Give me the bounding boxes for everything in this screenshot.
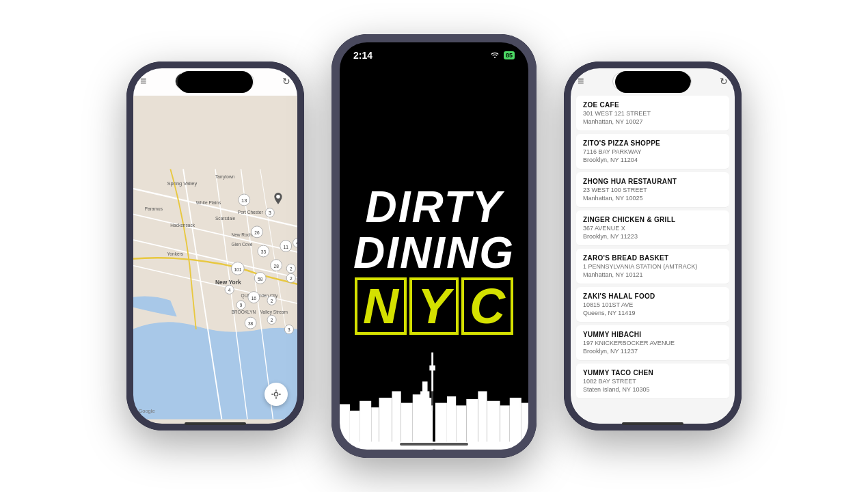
map-pin-101: 101: [231, 262, 244, 275]
home-indicator-left: [185, 422, 246, 425]
restaurant-city: Manhattan, NY 10027: [583, 118, 722, 125]
list-item[interactable]: ZITO'S PIZZA SHOPPE 7116 BAY PARKWAY Bro…: [576, 134, 729, 169]
restaurant-city: Staten Island, NY 10305: [583, 386, 722, 393]
svg-text:BROOKLYN: BROOKLYN: [231, 310, 256, 314]
skyline: [337, 343, 531, 452]
svg-text:Hackensack: Hackensack: [170, 223, 195, 228]
restaurant-name: ZINGER CHICKEN & GRILL: [583, 216, 722, 223]
map-screen: ≡ Map List ↻: [132, 67, 299, 425]
middle-phone: 2:14 85 DIRTY DINING N: [331, 34, 537, 458]
restaurant-name: ZHONG HUA RESTAURANT: [583, 178, 722, 185]
restaurant-name: ZOE CAFE: [583, 101, 722, 109]
title-dining: DINING: [353, 230, 515, 276]
svg-text:Tarrytown: Tarrytown: [215, 174, 235, 180]
nyc-c: C: [461, 277, 513, 335]
restaurant-address: 1 PENNSYLVANIA STATION (AMTRACK): [583, 263, 722, 270]
restaurant-address: 301 WEST 121 STREET: [583, 110, 722, 117]
restaurant-name: YUMMY TACO CHEN: [583, 369, 722, 377]
svg-text:26: 26: [254, 230, 260, 235]
svg-point-28: [276, 195, 280, 199]
menu-icon[interactable]: ≡: [140, 75, 146, 87]
map-pin-11: 11: [280, 241, 292, 252]
home-indicator-right: [622, 422, 683, 425]
location-button[interactable]: [265, 383, 288, 406]
svg-text:Yonkers: Yonkers: [167, 251, 184, 256]
map-pin-2c: 2: [267, 315, 276, 324]
svg-text:Port Chester: Port Chester: [238, 210, 264, 215]
map-pin-33: 33: [258, 245, 269, 257]
list-item[interactable]: ZHONG HUA RESTAURANT 23 WEST 100 STREET …: [576, 172, 729, 208]
svg-text:Scarsdale: Scarsdale: [215, 216, 235, 221]
restaurant-address: 23 WEST 100 STREET: [583, 187, 722, 193]
map-pin-13: 13: [239, 194, 250, 206]
svg-rect-68: [429, 366, 435, 371]
restaurant-address: 367 AVENUE X: [583, 225, 722, 232]
svg-text:Glen Cove: Glen Cove: [231, 242, 252, 247]
svg-text:3: 3: [288, 327, 290, 332]
map-pin-38: 38: [245, 317, 256, 329]
list-item[interactable]: ZOE CAFE 301 WEST 121 STREET Manhattan, …: [576, 96, 729, 131]
home-indicator-middle: [400, 443, 468, 446]
dynamic-island-right: [615, 71, 690, 93]
svg-text:White Plains: White Plains: [196, 200, 221, 205]
svg-text:2: 2: [271, 318, 273, 323]
nyc-y: Y: [409, 277, 459, 335]
list-item[interactable]: ZINGER CHICKEN & GRILL 367 AVENUE X Broo…: [576, 210, 729, 246]
list-item[interactable]: YUMMY TACO CHEN 1082 BAY STREET Staten I…: [576, 364, 729, 399]
svg-text:58: 58: [258, 277, 263, 282]
svg-text:Spring Valley: Spring Valley: [167, 180, 198, 187]
svg-text:28: 28: [274, 264, 280, 269]
restaurant-name: ZITO'S PIZZA SHOPPE: [583, 139, 722, 147]
list-refresh-icon[interactable]: ↻: [720, 76, 728, 87]
map-pin-2b: 2: [267, 296, 276, 305]
svg-text:3: 3: [269, 210, 271, 216]
wifi-icon: [489, 49, 500, 62]
svg-text:Google: Google: [138, 408, 154, 414]
svg-text:4: 4: [296, 241, 299, 245]
left-phone: ≡ Map List ↻: [126, 62, 304, 430]
svg-point-62: [274, 392, 277, 396]
dynamic-island-left: [178, 71, 253, 93]
svg-text:2: 2: [290, 266, 293, 271]
map-pin-9: 9: [236, 301, 245, 310]
list-screen: ≡ Map List ↻ ZOE CAFE 301 WEST 121 STREE…: [569, 67, 736, 425]
list-item[interactable]: YUMMY HIBACHI 197 KNICKERBOCKER AVENUE B…: [576, 325, 729, 361]
svg-text:4: 4: [228, 288, 231, 292]
map-pin-16: 16: [248, 292, 260, 303]
svg-text:101: 101: [234, 267, 241, 272]
restaurant-address: 7116 BAY PARKWAY: [583, 148, 722, 155]
status-time: 2:14: [353, 50, 372, 61]
app-title: DIRTY DINING N Y C: [353, 184, 515, 335]
restaurant-city: Queens, NY 11419: [583, 310, 722, 316]
map-pin-2d: 2: [286, 273, 295, 282]
svg-text:9: 9: [240, 303, 243, 308]
battery-badge: 85: [504, 51, 515, 59]
map-pin-28: 28: [271, 260, 282, 271]
svg-rect-74: [392, 392, 401, 450]
svg-text:11: 11: [284, 245, 289, 249]
svg-text:13: 13: [241, 197, 247, 204]
restaurant-city: Brooklyn, NY 11223: [583, 233, 722, 240]
restaurant-list: ZOE CAFE 301 WEST 121 STREET Manhattan, …: [569, 96, 736, 425]
map-view: Spring Valley Tarrytown Paramus White Pl…: [132, 67, 299, 425]
dynamic-island-middle: [396, 44, 472, 66]
restaurant-city: Brooklyn, NY 11204: [583, 156, 722, 163]
title-nyc: N Y C: [353, 277, 515, 335]
map-pin-4: 4: [293, 238, 299, 247]
svg-rect-91: [431, 392, 433, 411]
svg-text:33: 33: [261, 249, 267, 254]
list-item[interactable]: ZARO'S BREAD BASKET 1 PENNSYLVANIA STATI…: [576, 249, 729, 284]
svg-text:2: 2: [271, 299, 273, 303]
list-menu-icon[interactable]: ≡: [578, 75, 584, 87]
map-pin-26: 26: [252, 226, 263, 238]
svg-text:Valley Stream: Valley Stream: [260, 310, 288, 315]
splash-screen: 2:14 85 DIRTY DINING N: [337, 40, 531, 452]
restaurant-address: 1082 BAY STREET: [583, 378, 722, 385]
refresh-icon[interactable]: ↻: [282, 76, 290, 87]
restaurant-name: ZAKI'S HALAL FOOD: [583, 292, 722, 300]
title-dirty: DIRTY: [353, 184, 515, 230]
restaurant-name: YUMMY HIBACHI: [583, 331, 722, 338]
restaurant-city: Manhattan, NY 10121: [583, 271, 722, 278]
list-item[interactable]: ZAKI'S HALAL FOOD 10815 101ST AVE Queens…: [576, 287, 729, 323]
map-pin-3b: 3: [284, 325, 293, 333]
